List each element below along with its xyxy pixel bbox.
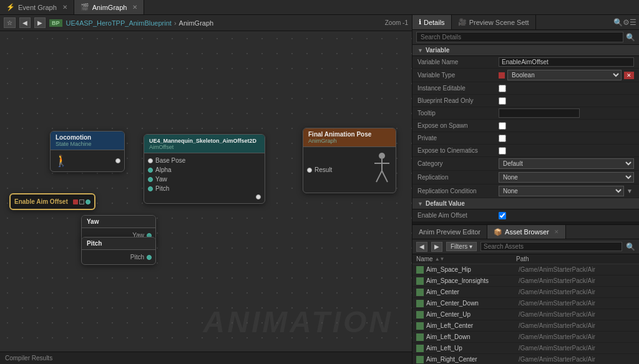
asset-search-input[interactable] (480, 242, 622, 251)
details-search-submit[interactable]: 🔍 (626, 33, 635, 42)
asset-row[interactable]: Aim_Center_Down /Game/AnimStarterPack/Ai… (412, 298, 639, 309)
prop-variable-type: Variable Type Boolean Float Integer ✕ (412, 69, 639, 82)
col-path-header: Path (516, 256, 635, 262)
tooltip-input[interactable] (499, 108, 580, 118)
asset-list[interactable]: Aim_Space_Hip /Game/AnimStarterPack/Air … (412, 264, 639, 364)
forward-button[interactable]: ▶ (34, 17, 46, 28)
tab-preview-scene[interactable]: 🎥 Preview Scene Sett (452, 15, 536, 29)
asset-row[interactable]: Aim_Left_Up /Game/AnimStarterPack/Air (412, 343, 639, 354)
type-remove-button[interactable]: ✕ (624, 72, 634, 79)
stick-figure (369, 150, 396, 190)
asset-icon (416, 333, 424, 341)
asset-row[interactable]: Aim_Center_Up /Game/AnimStarterPack/Air (412, 309, 639, 320)
tab-anim-graph-close[interactable]: ✕ (132, 4, 137, 11)
details-search-input[interactable] (416, 32, 623, 42)
prop-expose-cinematics: Expose to Cinematics (412, 145, 639, 157)
panel-tabs: ℹ Details 🎥 Preview Scene Sett 🔍 ⚙ ☰ (412, 15, 639, 30)
instance-editable-checkbox[interactable] (499, 85, 506, 92)
asset-toolbar: ◀ ▶ Filters ▾ 🔍 (412, 239, 639, 254)
type-dot (499, 72, 505, 79)
tab-details[interactable]: ℹ Details (412, 15, 452, 29)
asset-path: /Game/AnimStarterPack/Air (519, 277, 635, 284)
final-result-pin: Result (303, 165, 369, 175)
bookmark-button[interactable]: ☆ (4, 17, 16, 28)
tab-anim-graph[interactable]: 🎬 AnimGraph ✕ (74, 0, 145, 14)
right-panel: ℹ Details 🎥 Preview Scene Sett 🔍 ⚙ ☰ 🔍 ▼… (412, 15, 639, 364)
asset-row[interactable]: Aim_Center /Game/AnimStarterPack/Air (412, 287, 639, 298)
asset-row[interactable]: Aim_Left_Center /Game/AnimStarterPack/Ai… (412, 320, 639, 332)
asset-name: Aim_Center_Up (426, 311, 519, 318)
aimoffset-yaw-pin: Yaw (144, 175, 265, 184)
prop-default-enable-aim: Enable Aim Offset (412, 209, 639, 222)
replication-condition-select[interactable]: None (499, 186, 624, 196)
asset-icon (416, 289, 424, 296)
variable-type-select[interactable]: Boolean Float Integer (507, 70, 622, 80)
back-button[interactable]: ◀ (19, 17, 31, 28)
final-body: Result (303, 147, 396, 193)
expand-button[interactable]: ▼ (625, 188, 634, 194)
asset-path: /Game/AnimStarterPack/Air (519, 311, 635, 318)
bottom-panel-tabs: Anim Preview Editor 📦 Asset Browser ✕ (412, 224, 639, 239)
default-enable-aim-checkbox[interactable] (499, 212, 506, 219)
panel-settings-button[interactable]: ⚙ (623, 18, 630, 27)
canvas-area: ☆ ◀ ▶ BP UE4ASP_HeroTPP_AnimBlueprint › … (0, 15, 412, 364)
enable-label: Enable Aim Offset (14, 198, 68, 205)
expose-spawn-checkbox[interactable] (499, 122, 506, 130)
aimoffset-alpha-pin: Alpha (144, 165, 265, 175)
asset-row[interactable]: Aim_Space_Ironsights /Game/AnimStarterPa… (412, 275, 639, 287)
node-aimoffset[interactable]: UE4_Mannequin_Skeleton_AimOffset2D AimOf… (144, 134, 265, 204)
asset-search-submit[interactable]: 🔍 (626, 242, 635, 251)
filters-button[interactable]: Filters ▾ (446, 242, 477, 251)
node-enable-aim-offset[interactable]: Enable Aim Offset (9, 193, 95, 210)
details-tab-label: Details (424, 19, 445, 26)
node-final-anim-pose[interactable]: Final Animation Pose AnimGraph Result (303, 128, 396, 193)
replication-select[interactable]: None (499, 172, 634, 183)
asset-icon (416, 300, 424, 307)
asset-browser-label: Asset Browser (505, 228, 549, 236)
prop-expose-on-spawn: Expose on Spawn (412, 120, 639, 132)
blueprint-read-only-checkbox[interactable] (499, 97, 506, 105)
prop-blueprint-read-only: Blueprint Read Only (412, 95, 639, 107)
tab-asset-browser[interactable]: 📦 Asset Browser ✕ (487, 225, 566, 239)
category-select[interactable]: Default (499, 158, 634, 169)
variable-section-header: ▼ Variable (412, 45, 639, 56)
tab-event-graph[interactable]: ⚡ Event Graph ✕ (0, 0, 74, 14)
final-header: Final Animation Pose AnimGraph (303, 128, 396, 147)
tab-event-graph-close[interactable]: ✕ (62, 4, 67, 11)
aimoffset-basepose-pin: Base Pose (144, 156, 265, 165)
asset-browser-close[interactable]: ✕ (554, 229, 559, 235)
asset-icon (416, 311, 424, 318)
breadcrumb-blueprint[interactable]: UE4ASP_HeroTPP_AnimBlueprint (66, 19, 172, 27)
svg-line-11 (382, 171, 388, 182)
tab-anim-preview-editor[interactable]: Anim Preview Editor (412, 225, 487, 239)
expose-cinematics-checkbox[interactable] (499, 147, 506, 155)
prop-private: Private (412, 132, 639, 145)
details-tab-icon: ℹ (419, 18, 421, 26)
compiler-results-label: Compiler Results (5, 355, 52, 362)
panel-search-button[interactable]: 🔍 (613, 18, 623, 27)
bottom-status-bar: Compiler Results (0, 352, 412, 364)
asset-table-header: Name ▲▼ Path (412, 254, 639, 264)
enable-dot-2 (79, 199, 84, 204)
node-pitch[interactable]: Pitch Pitch (81, 237, 156, 265)
asset-icon (416, 277, 424, 285)
node-locomotion[interactable]: Locomotion State Machine 🚶 (50, 131, 125, 172)
asset-row[interactable]: Aim_Right_Center /Game/AnimStarterPack/A… (412, 354, 639, 364)
breadcrumb-separator: › (174, 19, 177, 27)
asset-forward-button[interactable]: ▶ (431, 242, 442, 252)
variable-name-input[interactable] (499, 57, 634, 67)
asset-back-button[interactable]: ◀ (416, 242, 427, 252)
private-checkbox[interactable] (499, 135, 506, 142)
name-sort-icon[interactable]: ▲▼ (435, 256, 445, 262)
asset-row[interactable]: Aim_Space_Hip /Game/AnimStarterPack/Air (412, 264, 639, 275)
node-connections-svg (0, 31, 187, 125)
yaw-header: Yaw (82, 216, 155, 228)
anim-graph-icon: 🎬 (80, 3, 89, 11)
panel-options-button[interactable]: ☰ (630, 18, 637, 27)
asset-browser-icon: 📦 (494, 228, 502, 236)
prop-tooltip: Tooltip (412, 107, 639, 120)
locomotion-body: 🚶 (51, 150, 124, 171)
canvas-viewport[interactable]: Locomotion State Machine 🚶 Enable Aim Of… (0, 31, 412, 364)
asset-row[interactable]: Aim_Left_Down /Game/AnimStarterPack/Air (412, 332, 639, 343)
asset-name: Aim_Left_Center (426, 322, 519, 329)
